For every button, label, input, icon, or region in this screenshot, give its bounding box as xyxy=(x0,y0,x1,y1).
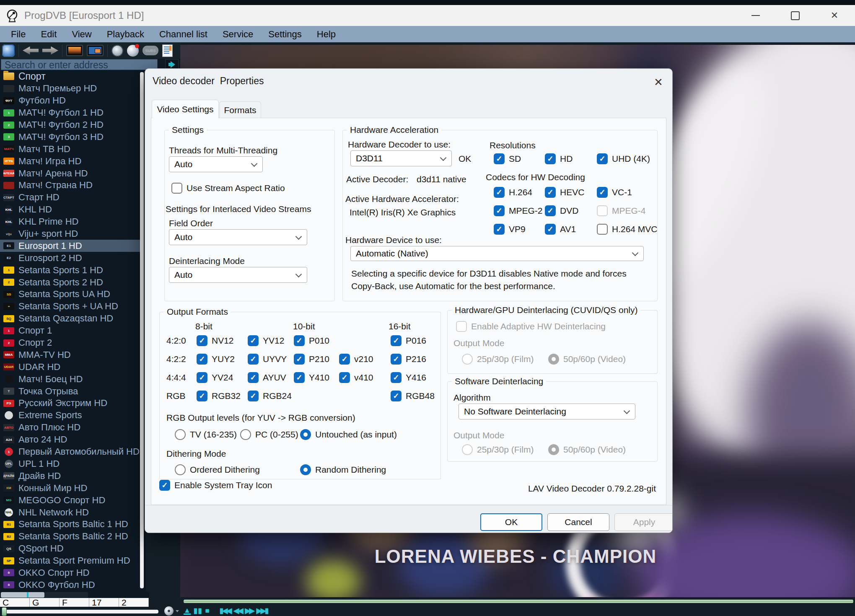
checkbox-p010[interactable]: ✓P010 xyxy=(294,335,329,347)
channel-row[interactable]: 2МАТЧ! Футбол 2 HD xyxy=(0,119,140,131)
checkbox-hevc[interactable]: ✓HEVC xyxy=(545,186,584,198)
channel-row[interactable]: СТАРТСтарт HD xyxy=(0,192,140,204)
channel-row[interactable]: KHLKHL Prime HD xyxy=(0,216,140,228)
checkbox-uhd-4k[interactable]: ✓UHD (4K) xyxy=(597,153,650,165)
channel-row[interactable]: UPLUPL 1 HD xyxy=(0,458,140,470)
checkbox-y410[interactable]: ✓Y410 xyxy=(294,372,329,383)
minimize-icon[interactable] xyxy=(741,5,770,26)
channel-row[interactable]: ōOKKO Футбол HD xyxy=(0,579,140,591)
channel-row[interactable]: SPSetanta Sport Premium HD xyxy=(0,555,140,567)
search-input[interactable] xyxy=(1,59,158,70)
menu-file[interactable]: File xyxy=(3,26,33,42)
checkbox-yv24[interactable]: ✓YV24 xyxy=(197,372,233,383)
channel-row[interactable]: 2Setanta Sports 2 HD xyxy=(0,276,140,288)
cancel-button[interactable]: Cancel xyxy=(547,513,609,531)
checkbox-uyvy[interactable]: ✓UYVY xyxy=(248,353,287,365)
network-icon[interactable] xyxy=(2,44,15,57)
channel-row[interactable]: SSSetanta Sports UA HD xyxy=(0,288,140,300)
status-cell[interactable]: 2 xyxy=(119,598,149,607)
status-cell[interactable]: C xyxy=(0,598,30,607)
close-icon[interactable]: ✕ xyxy=(820,5,849,26)
dialog-close-icon[interactable]: ✕ xyxy=(650,75,667,90)
channel-row[interactable]: Матч! Боец HD xyxy=(0,373,140,385)
channel-row[interactable]: NHLNHL Network HD xyxy=(0,506,140,518)
hscroll-thumb[interactable] xyxy=(1,592,44,598)
checkbox-mpeg-2[interactable]: ✓MPEG-2 xyxy=(494,205,543,217)
menu-view[interactable]: View xyxy=(64,26,99,42)
checkbox-av1[interactable]: ✓AV1 xyxy=(545,223,576,235)
previous-icon[interactable]: ▮◀◀ xyxy=(220,606,231,616)
checkbox-nv12[interactable]: ✓NV12 xyxy=(197,335,234,347)
menu-playback[interactable]: Playback xyxy=(99,26,152,42)
status-cell[interactable]: G xyxy=(30,598,60,607)
tv-fullscreen-icon[interactable] xyxy=(66,45,83,56)
radio-ordered-dithering[interactable]: Ordered Dithering xyxy=(175,464,260,476)
channel-row[interactable]: KHLKHL HD xyxy=(0,204,140,216)
seek-slider-thumb[interactable] xyxy=(2,607,7,616)
channel-row[interactable]: vijuViju+ sport HD xyxy=(0,228,140,240)
menu-settings[interactable]: Settings xyxy=(261,26,309,42)
checkbox-v210[interactable]: ✓v210 xyxy=(339,353,373,365)
rewind-icon[interactable]: ◀◀ xyxy=(233,606,242,616)
eject-icon[interactable]: ▲ xyxy=(184,607,191,615)
checkbox-y416[interactable]: ✓Y416 xyxy=(391,372,426,383)
channel-row[interactable]: E1Eurosport 1 HD xyxy=(0,240,140,252)
hw-decoder-dropdown[interactable]: D3D11 xyxy=(350,150,452,166)
checkbox-yv12[interactable]: ✓YV12 xyxy=(248,335,284,347)
channel-row[interactable]: E2Eurosport 2 HD xyxy=(0,252,140,264)
radio-pc-0-255[interactable]: PC (0-255) xyxy=(240,429,298,440)
channel-row[interactable]: SQSetanta Qazaqstan HD xyxy=(0,313,140,325)
channel-row[interactable]: АРЕНАМатч! Арена HD xyxy=(0,167,140,179)
channel-list-scrollbar[interactable] xyxy=(140,72,144,588)
pause-icon[interactable]: ▮▮ xyxy=(194,606,202,616)
checkbox-sd[interactable]: ✓SD xyxy=(494,153,521,165)
maximize-icon[interactable] xyxy=(780,5,810,26)
channel-row[interactable]: КМКонный Мир HD xyxy=(0,482,140,494)
tv-windowed-icon[interactable] xyxy=(87,45,104,56)
fast-forward-icon[interactable]: ▶▶ xyxy=(245,606,254,616)
channel-row[interactable]: 3МАТЧ! Футбол 3 HD xyxy=(0,131,140,143)
use-stream-aspect-ratio-checkbox[interactable]: Use Stream Aspect Ratio xyxy=(171,182,285,194)
channel-row[interactable]: А24Авто 24 HD xyxy=(0,434,140,446)
channel-row[interactable]: ōOKKO Спорт HD xyxy=(0,567,140,579)
teletext-icon[interactable] xyxy=(162,44,173,57)
checkbox-vp9[interactable]: ✓VP9 xyxy=(494,223,526,235)
channel-row[interactable]: АВТОАвто Плюс HD xyxy=(0,422,140,434)
checkbox-yuy2[interactable]: ✓YUY2 xyxy=(197,353,235,365)
radio-untouched-as-input[interactable]: Untouched (as input) xyxy=(300,429,397,440)
disk-dropdown-caret-icon[interactable] xyxy=(176,610,179,612)
channel-row[interactable]: 1Первый Автомобильный HD xyxy=(0,446,140,458)
checkbox-rgb48[interactable]: ✓RGB48 xyxy=(391,390,435,402)
enable-system-tray-checkbox[interactable]: ✓Enable System Tray Icon xyxy=(159,479,272,491)
checkbox-v410[interactable]: ✓v410 xyxy=(339,372,373,383)
sw-deint-algorithm-dropdown[interactable]: No Software Deinterlacing xyxy=(459,404,635,419)
channel-row[interactable]: ФУТФутбол HD xyxy=(0,95,140,107)
menu-edit[interactable]: Edit xyxy=(33,26,64,42)
channel-row[interactable]: 2Спорт 2 xyxy=(0,337,140,349)
checkbox-p210[interactable]: ✓P210 xyxy=(294,353,329,365)
channel-row[interactable]: MGMEGOGO Спорт HD xyxy=(0,494,140,506)
checkbox-rgb32[interactable]: ✓RGB32 xyxy=(197,390,241,402)
checkbox-p216[interactable]: ✓P216 xyxy=(391,353,426,365)
checkbox-ayuv[interactable]: ✓AYUV xyxy=(248,372,286,383)
back-icon[interactable] xyxy=(23,46,39,55)
field-order-dropdown[interactable]: Auto xyxy=(169,229,307,245)
disk-icon[interactable] xyxy=(164,606,174,616)
subtitles-icon[interactable]: SUBS xyxy=(142,46,158,55)
horizontal-scrollbar[interactable] xyxy=(0,592,149,598)
ok-button[interactable]: OK xyxy=(480,513,542,531)
checkbox-dvd[interactable]: ✓DVD xyxy=(545,205,578,217)
channel-row[interactable]: B2Setanta Sports Baltic 2 HD xyxy=(0,531,140,543)
channel-row[interactable]: ДРАЙВДрайв HD xyxy=(0,470,140,482)
channel-row[interactable]: РЭРусский Экстрим HD xyxy=(0,397,140,409)
menu-channel-list[interactable]: Channel list xyxy=(152,26,215,42)
checkbox-p016[interactable]: ✓P016 xyxy=(391,335,426,347)
channel-row[interactable]: B1Setanta Sports Baltic 1 HD xyxy=(0,518,140,531)
radio-random-dithering[interactable]: Random Dithering xyxy=(300,464,386,476)
deint-mode-dropdown[interactable]: Auto xyxy=(169,267,307,283)
channel-row[interactable]: Матч Премьер HD xyxy=(0,83,140,95)
channel-row[interactable]: UDARUDAR HD xyxy=(0,361,140,373)
channel-row[interactable]: ТТочка Отрыва xyxy=(0,385,140,397)
status-cell[interactable]: F xyxy=(60,598,89,607)
menu-help[interactable]: Help xyxy=(309,26,343,42)
